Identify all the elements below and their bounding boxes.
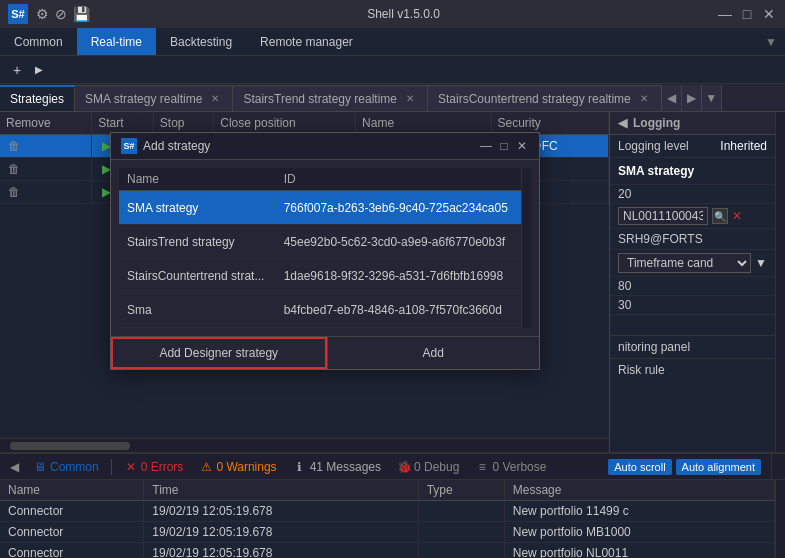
close-button[interactable]: ✕ (761, 6, 777, 22)
verbose-label: 0 Verbose (492, 460, 546, 474)
warnings-badge[interactable]: ⚠ 0 Warnings (193, 458, 282, 476)
strategies-panel: Remove Start Stop Close position Name Se… (0, 112, 610, 452)
tab-stairstrend-close[interactable]: ✕ (403, 92, 417, 106)
menu-bar: Common Real-time Backtesting Remote mana… (0, 28, 785, 56)
dialog-row-name: StairsCountertrend strat... (119, 259, 276, 293)
log-row[interactable]: Connector 19/02/19 12:05:19.678 New port… (0, 501, 775, 522)
dialog-maximize-button[interactable]: □ (497, 139, 511, 153)
auto-buttons: Auto scroll Auto alignment (608, 459, 767, 475)
auto-alignment-button[interactable]: Auto alignment (676, 459, 761, 475)
log-col-message: Message (504, 480, 774, 501)
tab-strategies[interactable]: Strategies (0, 85, 75, 111)
dialog-col-id: ID (276, 168, 521, 191)
horizontal-scrollbar[interactable] (0, 438, 609, 452)
delete-icon[interactable]: 🗑 (6, 161, 22, 177)
arrow-down-icon[interactable]: ⊘ (55, 6, 67, 22)
clear-icon[interactable]: ✕ (732, 209, 742, 223)
log-row[interactable]: Connector 19/02/19 12:05:19.678 New port… (0, 543, 775, 559)
row-remove[interactable]: 🗑 (0, 181, 92, 204)
logging-level-row: Logging level Inherited (610, 135, 775, 158)
verbose-badge[interactable]: ≡ 0 Verbose (469, 458, 552, 476)
risk-label: Risk rule (618, 363, 665, 377)
minimize-button[interactable]: — (717, 6, 733, 22)
bottom-scrollbar-right[interactable] (771, 454, 781, 479)
tab-stairscountertrend-label: StairsCountertrend strategy realtime (438, 92, 631, 106)
tab-menu-button[interactable]: ▼ (702, 85, 722, 111)
log-message: New portfolio MB1000 (504, 522, 774, 543)
tab-sma-close[interactable]: ✕ (208, 92, 222, 106)
delete-icon[interactable]: 🗑 (6, 138, 22, 154)
main-vertical-scrollbar[interactable] (775, 112, 785, 452)
menu-backtesting[interactable]: Backtesting (156, 28, 246, 55)
tab-strategies-label: Strategies (10, 92, 64, 106)
log-name: Connector (0, 543, 144, 559)
dialog-title: Add strategy (143, 139, 479, 153)
tab-prev-button[interactable]: ◀ (662, 85, 682, 111)
dialog-close-button[interactable]: ✕ (515, 139, 529, 153)
log-col-name: Name (0, 480, 144, 501)
menu-common[interactable]: Common (0, 28, 77, 55)
add-button[interactable]: + (6, 59, 28, 81)
row-remove[interactable]: 🗑 (0, 158, 92, 181)
log-type (418, 543, 504, 559)
auto-scroll-button[interactable]: Auto scroll (608, 459, 671, 475)
source-indicator: 🖥 Common (28, 458, 105, 476)
field-portfolio-row: 🔍 ✕ (610, 204, 775, 229)
row-remove[interactable]: 🗑 (0, 135, 92, 158)
window-title: Shell v1.5.0.0 (90, 7, 717, 21)
menu-remote-manager[interactable]: Remote manager (246, 28, 367, 55)
gear-icon[interactable]: ⚙ (36, 6, 49, 22)
tab-sma[interactable]: SMA strategy realtime ✕ (75, 85, 233, 111)
dialog-row-name: SMA strategy (119, 191, 276, 225)
tab-stairstrend-label: StairsTrend strategy realtime (243, 92, 397, 106)
search-icon[interactable]: 🔍 (712, 208, 728, 224)
dialog-table-row[interactable]: StairsCountertrend strat... 1dae9618-9f3… (119, 259, 521, 293)
dialog-strategies-table: Name ID SMA strategy 766f007a-b263-3eb6-… (119, 168, 521, 328)
log-time: 19/02/19 12:05:19.678 (144, 543, 418, 559)
dialog-col-name: Name (119, 168, 276, 191)
bottom-nav-left[interactable]: ◀ (4, 457, 24, 477)
messages-badge[interactable]: ℹ 41 Messages (287, 458, 387, 476)
tab-next-button[interactable]: ▶ (682, 85, 702, 111)
dialog-win-controls: — □ ✕ (479, 139, 529, 153)
maximize-button[interactable]: □ (739, 6, 755, 22)
delete-icon[interactable]: 🗑 (6, 184, 22, 200)
timeframe-select[interactable]: Timeframe cand (618, 253, 751, 273)
log-row[interactable]: Connector 19/02/19 12:05:19.678 New port… (0, 522, 775, 543)
errors-label: 0 Errors (141, 460, 184, 474)
add-button[interactable]: Add (328, 337, 540, 369)
log-type (418, 501, 504, 522)
debug-badge[interactable]: 🐞 0 Debug (391, 458, 465, 476)
tab-stairscountertrend[interactable]: StairsCountertrend strategy realtime ✕ (428, 85, 662, 111)
field-num1: 20 (610, 185, 775, 204)
warning-icon: ⚠ (199, 460, 213, 474)
run-button[interactable]: ▶ (28, 59, 50, 81)
add-strategy-dialog: S# Add strategy — □ ✕ Name ID (110, 132, 540, 370)
log-vertical-scrollbar[interactable] (775, 480, 785, 558)
errors-badge[interactable]: ✕ 0 Errors (118, 458, 190, 476)
dialog-row-name: StairsTrend strategy (119, 225, 276, 259)
menu-arrow[interactable]: ▼ (765, 35, 785, 49)
dropdown-arrow-icon[interactable]: ▼ (755, 256, 767, 270)
dialog-table-row[interactable]: StairsTrend strategy 45ee92b0-5c62-3cd0-… (119, 225, 521, 259)
log-table: Name Time Type Message Connector 19/02/1… (0, 480, 775, 558)
save-icon[interactable]: 💾 (73, 6, 90, 22)
source-label: Common (50, 460, 99, 474)
log-message: New portfolio 11499 c (504, 501, 774, 522)
dialog-table-row[interactable]: SMA strategy 766f007a-b263-3eb6-9c40-725… (119, 191, 521, 225)
portfolio-input[interactable] (618, 207, 708, 225)
debug-label: 0 Debug (414, 460, 459, 474)
log-table-container: Name Time Type Message Connector 19/02/1… (0, 480, 775, 558)
dialog-vertical-scrollbar[interactable] (521, 168, 531, 328)
log-message: New portfolio NL0011 (504, 543, 774, 559)
dialog-table-row[interactable]: Sma b4fcbed7-eb78-4846-a108-7f570fc3660d (119, 293, 521, 327)
title-bar: S# ⚙ ⊘ 💾 Shell v1.5.0.0 — □ ✕ (0, 0, 785, 28)
dialog-row-id: 766f007a-b263-3eb6-9c40-725ac234ca05 (276, 191, 521, 225)
tab-stairstrend[interactable]: StairsTrend strategy realtime ✕ (233, 85, 428, 111)
add-designer-strategy-button[interactable]: Add Designer strategy (111, 337, 327, 369)
log-area: Name Time Type Message Connector 19/02/1… (0, 480, 785, 558)
menu-realtime[interactable]: Real-time (77, 28, 156, 55)
dialog-minimize-button[interactable]: — (479, 139, 493, 153)
dialog-row-id: 1dae9618-9f32-3296-a531-7d6fbfb16998 (276, 259, 521, 293)
tab-stairscountertrend-close[interactable]: ✕ (637, 92, 651, 106)
